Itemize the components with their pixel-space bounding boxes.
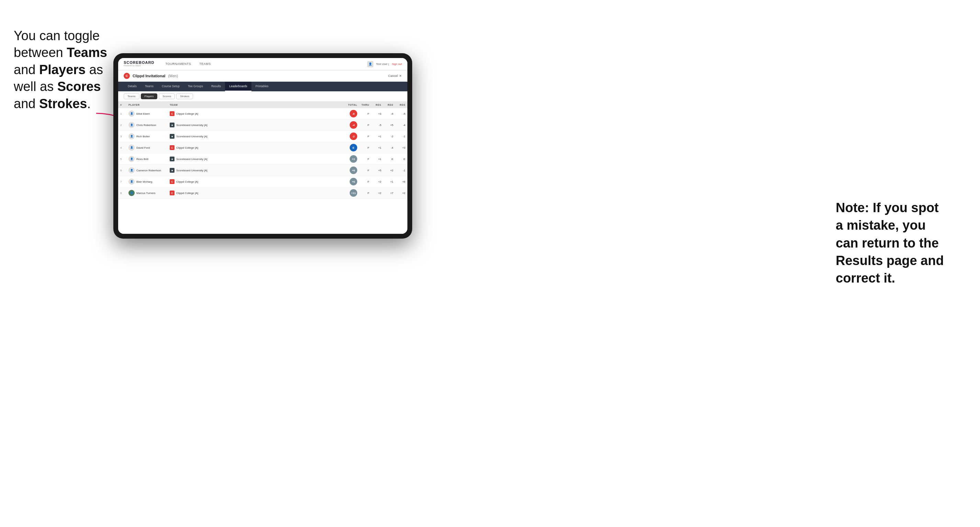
leaderboard-table: # PLAYER TEAM TOTAL THRU RD1 RD2 RD3 1👤E…	[118, 102, 407, 234]
table-row: 6👤Cameron Robertson■Scoreboard Universit…	[118, 165, 407, 176]
cell-rd3: +6	[395, 176, 407, 187]
toggle-players-button[interactable]: Players	[141, 94, 158, 99]
logo-subtitle: Powered by clippd	[124, 65, 154, 67]
cell-total: E	[340, 142, 359, 154]
nav-link-teams[interactable]: TEAMS	[195, 58, 215, 70]
cell-player: 👤Rich Butler	[126, 131, 168, 142]
cell-rank: 1	[118, 108, 126, 119]
cell-player: 👤Marcus Turners	[126, 187, 168, 199]
table-row: 8👤Marcus TurnersCClippd College [A]+11F+…	[118, 187, 407, 199]
cell-rank: 7	[118, 176, 126, 187]
cell-rd3: +2	[395, 187, 407, 199]
col-total: TOTAL	[340, 102, 359, 108]
cell-total: +1	[340, 154, 359, 165]
cell-rd2: E	[383, 154, 395, 165]
nav-link-tournaments[interactable]: TOURNAMENTS	[161, 58, 195, 70]
col-rd1: RD1	[371, 102, 383, 108]
table-row: 7👤Blair McHargCClippd College [A]+6F+2+1…	[118, 176, 407, 187]
cell-rd1: +2	[371, 187, 383, 199]
left-annotation: You can toggle between Teams and Players…	[14, 27, 110, 112]
cell-team: ■Scoreboard University [A]	[168, 165, 340, 176]
nav-right: 👤 Test User | Sign out	[367, 61, 402, 67]
logo-title: SCOREBOARD	[124, 61, 154, 65]
cell-rd3: -1	[395, 165, 407, 176]
cell-rd1: -5	[371, 119, 383, 131]
tab-tee-groups[interactable]: Tee Groups	[184, 82, 207, 91]
col-thru: THRU	[359, 102, 371, 108]
cell-thru: F	[359, 165, 371, 176]
cell-total: +6	[340, 165, 359, 176]
cell-rd2: +1	[383, 176, 395, 187]
cell-rd1: +1	[371, 142, 383, 154]
cell-thru: F	[359, 187, 371, 199]
cell-thru: F	[359, 131, 371, 142]
cell-team: CClippd College [A]	[168, 142, 340, 154]
cell-thru: F	[359, 154, 371, 165]
right-annotation-text: Note: If you spota mistake, youcan retur…	[836, 200, 944, 285]
cell-thru: F	[359, 176, 371, 187]
cell-total: +6	[340, 176, 359, 187]
user-icon: 👤	[367, 61, 373, 67]
col-rank: #	[118, 102, 126, 108]
cell-thru: F	[359, 119, 371, 131]
annotation-line5: and Strokes.	[14, 97, 91, 111]
sub-nav: Details Teams Course Setup Tee Groups Re…	[118, 82, 407, 91]
toggle-strokes-button[interactable]: Strokes	[176, 94, 193, 99]
tournament-icon: C	[124, 73, 130, 79]
cell-rd2: -2	[383, 131, 395, 142]
tournament-header: C Clippd Invitational (Men) Cancel ✕	[118, 70, 407, 82]
cell-rank: 2	[118, 119, 126, 131]
cell-player: 👤Cameron Robertson	[126, 165, 168, 176]
annotation-line1: You can toggle	[14, 29, 100, 43]
cell-rd3: -5	[395, 108, 407, 119]
tab-printables[interactable]: Printables	[251, 82, 273, 91]
table-body: 1👤Elliot EbertCClippd College [A]-8F+3-6…	[118, 108, 407, 199]
cell-team: ■Scoreboard University [A]	[168, 131, 340, 142]
cell-thru: F	[359, 142, 371, 154]
tournament-title: C Clippd Invitational (Men)	[124, 73, 178, 79]
cell-rank: 3	[118, 131, 126, 142]
players-table: # PLAYER TEAM TOTAL THRU RD1 RD2 RD3 1👤E…	[118, 102, 407, 199]
tab-results[interactable]: Results	[207, 82, 225, 91]
cell-team: ■Scoreboard University [A]	[168, 119, 340, 131]
cell-rd2: +2	[383, 165, 395, 176]
nav-user: Test User |	[376, 62, 389, 65]
right-annotation: Note: If you spota mistake, youcan retur…	[836, 199, 966, 287]
table-row: 5👤Rees Britt■Scoreboard University [A]+1…	[118, 154, 407, 165]
nav-bar: SCOREBOARD Powered by clippd TOURNAMENTS…	[118, 58, 407, 70]
cell-rd3: -1	[395, 131, 407, 142]
cell-rd2: +7	[383, 187, 395, 199]
cell-thru: F	[359, 108, 371, 119]
cell-rd2: -4	[383, 142, 395, 154]
tablet-device: SCOREBOARD Powered by clippd TOURNAMENTS…	[113, 53, 412, 239]
annotation-line2: between Teams	[14, 45, 107, 60]
toggle-teams-button[interactable]: Teams	[124, 94, 140, 99]
cell-rd3: E	[395, 154, 407, 165]
col-rd2: RD2	[383, 102, 395, 108]
tablet-screen: SCOREBOARD Powered by clippd TOURNAMENTS…	[118, 58, 407, 234]
cell-rd2: -6	[383, 108, 395, 119]
cell-rd3: +3	[395, 142, 407, 154]
table-row: 4👤David FordCClippd College [A]EF+1-4+3	[118, 142, 407, 154]
nav-links: TOURNAMENTS TEAMS	[161, 58, 367, 70]
cell-rank: 4	[118, 142, 126, 154]
cell-player: 👤Rees Britt	[126, 154, 168, 165]
cell-rank: 6	[118, 165, 126, 176]
tab-course-setup[interactable]: Course Setup	[158, 82, 184, 91]
tab-teams[interactable]: Teams	[141, 82, 158, 91]
cell-player: 👤David Ford	[126, 142, 168, 154]
cell-rd2: +5	[383, 119, 395, 131]
cancel-button[interactable]: Cancel ✕	[388, 74, 402, 78]
toggle-scores-button[interactable]: Scores	[159, 94, 175, 99]
cell-rd1: +3	[371, 108, 383, 119]
cell-team: ■Scoreboard University [A]	[168, 154, 340, 165]
cell-rd1: +1	[371, 131, 383, 142]
sign-out-link[interactable]: Sign out	[392, 62, 402, 65]
tab-leaderboards[interactable]: Leaderboards	[225, 82, 251, 91]
scoreboard-logo: SCOREBOARD Powered by clippd	[124, 61, 154, 67]
cell-total: -8	[340, 108, 359, 119]
table-header: # PLAYER TEAM TOTAL THRU RD1 RD2 RD3	[118, 102, 407, 108]
cell-total: -2	[340, 131, 359, 142]
cell-rank: 5	[118, 154, 126, 165]
tab-details[interactable]: Details	[124, 82, 141, 91]
